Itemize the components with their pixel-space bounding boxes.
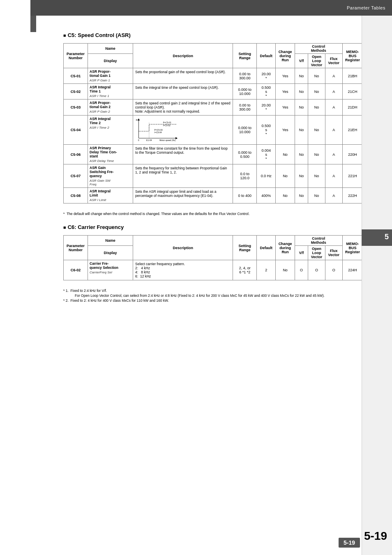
param-num-c5-07: C5-07: [64, 164, 88, 188]
section-c5-title: C5: Speed Control (ASR): [63, 32, 380, 38]
c6-table-header-row-1: ParameterNumber Name Description Setting…: [64, 236, 380, 246]
table-row: C5-03 ASR Propor-tional Gain 2 ASR P Gai…: [64, 99, 380, 116]
memo-c5-08: 222H: [342, 188, 363, 204]
flux-c5-07: A: [325, 164, 342, 188]
range-c5-01: 0.00 to300.00: [233, 68, 257, 84]
c6-col-header-desc: Description: [133, 236, 233, 260]
default-c5-04: 0.500s*: [257, 116, 276, 145]
param-num-c5-02: C5-02: [64, 84, 88, 99]
col-header-control-methods: ControlMethods: [295, 44, 342, 54]
col-header-flux-vector: FluxVector: [325, 54, 342, 68]
col-header-param-num: ParameterNumber: [64, 44, 88, 68]
change-c5-01: Yes: [276, 68, 295, 84]
name-cell-c5-01: ASR Propor-tional Gain 1 ASR P Gain 1: [88, 68, 133, 84]
col-header-default: Default: [257, 44, 276, 68]
param-num-c6-02: C6-02: [64, 260, 88, 280]
page-number: 5-19: [364, 530, 387, 543]
name-cell-c5-04: ASR IntegralTime 2 ASR I Time 2: [88, 116, 133, 145]
flux-c5-04: A: [325, 116, 342, 145]
name-cell-c5-06: ASR PrimaryDelay Time Con-stant ASR Dela…: [88, 145, 133, 164]
desc-c5-06: Sets the filter time constant for the ti…: [133, 145, 233, 164]
memo-c5-03: 21DH: [342, 99, 363, 116]
vf-c5-01: No: [295, 68, 308, 84]
col-header-desc: Description: [133, 44, 233, 68]
flux-c5-08: A: [325, 188, 342, 204]
svg-text:I=C5-02: I=C5-02: [163, 124, 171, 127]
c6-col-header-flux-vector: FluxVector: [325, 246, 342, 260]
c6-col-header-open-loop: OpenLoopVector: [308, 246, 325, 260]
table-row: C6-02 Carrier Fre-quency Selection Carri…: [64, 260, 380, 280]
range-c5-08: 0 to 400: [233, 188, 257, 204]
c5-04-diagram: P, I 0 E1-04 Motor speed (Hz) P=C5-01 I=…: [135, 117, 180, 142]
col-header-name: Name: [88, 44, 133, 54]
default-c5-06: 0.004s*: [257, 145, 276, 164]
col-header-open-loop: OpenLoopVector: [308, 54, 325, 68]
col-header-name-display: Display: [88, 54, 133, 68]
svg-text:P, I: P, I: [136, 119, 139, 121]
c6-col-header-name: Name: [88, 236, 133, 246]
open-c5-06: No: [308, 145, 325, 164]
side-tab: 5 5-19: [362, 16, 392, 555]
page-number-badge: 5-19: [339, 538, 360, 548]
col-header-change: ChangeduringRun: [276, 44, 295, 68]
chapter-number: 5: [385, 233, 389, 241]
default-c5-02: 0.500s*: [257, 84, 276, 99]
top-header-bar: Parameter Tables: [30, 0, 392, 16]
flux-c5-06: A: [325, 145, 342, 164]
vf-c5-03: No: [295, 99, 308, 116]
change-c5-03: Yes: [276, 99, 295, 116]
table-row: C5-02 ASR IntegralTime 1 ASR I Time 1 Se…: [64, 84, 380, 99]
vf-c5-08: No: [295, 188, 308, 204]
open-c5-07: No: [308, 164, 325, 188]
vf-c5-06: No: [295, 145, 308, 164]
c6-footnotes: * 1. Fixed to 2:4 kHz for V/f. For Open …: [63, 289, 380, 303]
section-c6-title: C6: Carrier Frequency: [63, 224, 380, 230]
open-c6-02: O: [308, 260, 325, 280]
memo-c5-01: 21BH: [342, 68, 363, 84]
main-content: C5: Speed Control (ASR) ParameterNumber …: [30, 16, 392, 323]
flux-c5-02: A: [325, 84, 342, 99]
default-c5-03: 20.00*: [257, 99, 276, 116]
table-row: C5-06 ASR PrimaryDelay Time Con-stant AS…: [64, 145, 380, 164]
change-c5-06: No: [276, 145, 295, 164]
memo-c6-02: 224H: [342, 260, 363, 280]
flux-c6-02: O: [325, 260, 342, 280]
vf-c6-02: O: [295, 260, 308, 280]
desc-c5-04: P, I 0 E1-04 Motor speed (Hz) P=C5-01 I=…: [133, 116, 233, 145]
c6-footnote-1: * 1. Fixed to 2:4 kHz for V/f.: [63, 289, 380, 293]
c6-footnote-1b: For Open Loop Vector Control, can select…: [63, 294, 380, 298]
memo-c5-07: 221H: [342, 164, 363, 188]
range-c5-03: 0.00 to300.00: [233, 99, 257, 116]
desc-c6-02: Select carrier frequency pattern.2: 4 kH…: [133, 260, 233, 280]
vf-c5-07: No: [295, 164, 308, 188]
range-c5-04: 0.000 to10.000: [233, 116, 257, 145]
c5-footnote-text: * The default will change when the contr…: [63, 212, 380, 216]
page-section-title: Parameter Tables: [347, 5, 385, 10]
vf-c5-04: No: [295, 116, 308, 145]
c6-footnote-2: * 2. Fixed to 2: 4 kHz for 400 V class M…: [63, 298, 380, 303]
c6-col-header-param-num: ParameterNumber: [64, 236, 88, 260]
open-c5-08: No: [308, 188, 325, 204]
open-c5-02: No: [308, 84, 325, 99]
desc-c5-02: Sets the integral time of the speed cont…: [133, 84, 233, 99]
param-num-c5-08: C5-08: [64, 188, 88, 204]
table-row: C5-01 ASR Propor-tional Gain 1 ASR P Gai…: [64, 68, 380, 84]
desc-c5-03: Sets the speed control gain 2 and integr…: [133, 99, 233, 116]
spine-marker: [30, 16, 36, 32]
memo-c5-06: 220H: [342, 145, 363, 164]
change-c6-02: No: [276, 260, 295, 280]
c6-col-header-setting-range: SettingRange: [233, 236, 257, 260]
c6-parameter-table: ParameterNumber Name Description Setting…: [63, 235, 380, 280]
c6-col-header-memo: MEMO-BUSRegister: [342, 236, 363, 260]
param-num-c5-06: C5-06: [64, 145, 88, 164]
c5-footnote: * The default will change when the contr…: [63, 212, 380, 216]
col-header-setting-range: SettingRange: [233, 44, 257, 68]
table-header-row-1: ParameterNumber Name Description Setting…: [64, 44, 380, 54]
name-cell-c5-02: ASR IntegralTime 1 ASR I Time 1: [88, 84, 133, 99]
default-c5-07: 0.0 Hz: [257, 164, 276, 188]
open-c5-03: No: [308, 99, 325, 116]
param-num-c5-01: C5-01: [64, 68, 88, 84]
table-row: C5-04 ASR IntegralTime 2 ASR I Time 2: [64, 116, 380, 145]
c6-col-header-change: ChangeduringRun: [276, 236, 295, 260]
table-row: C5-07 ASR GainSwitching Fre-quency ASR G…: [64, 164, 380, 188]
